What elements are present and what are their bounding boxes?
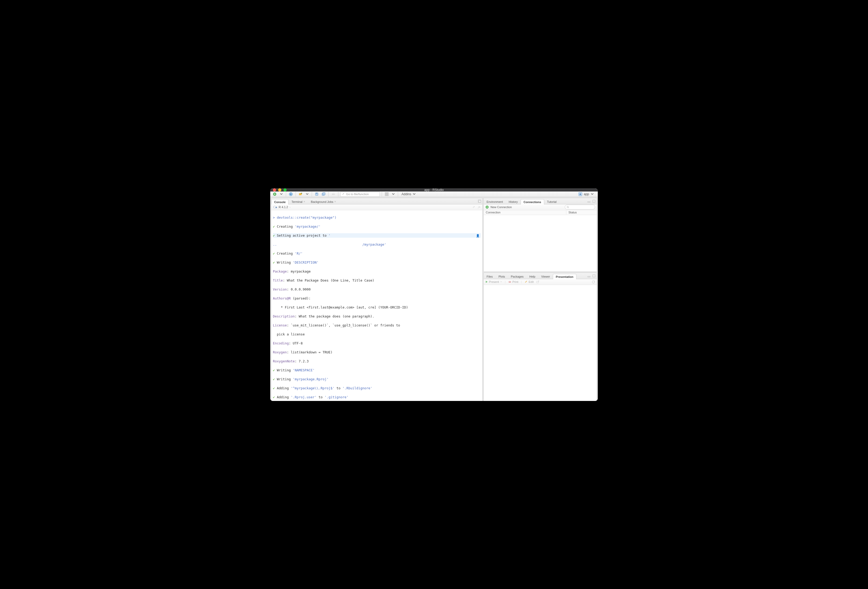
close-tab-icon[interactable]: × — [334, 200, 336, 203]
svg-rect-21 — [588, 202, 590, 202]
connections-pane: Environment History Connections Tutorial… — [483, 198, 597, 272]
svg-rect-8 — [332, 193, 334, 194]
share-icon[interactable] — [472, 205, 476, 209]
save-all-button[interactable] — [321, 192, 326, 197]
new-project-button[interactable]: R — [288, 192, 294, 197]
separator — [328, 192, 329, 196]
presentation-body — [484, 285, 597, 401]
search-icon — [567, 206, 569, 209]
r-version-label: R 4.1.2 — [279, 205, 288, 209]
pencil-icon — [524, 280, 527, 283]
present-button[interactable]: Present — [485, 280, 502, 283]
pane-popout-icon[interactable] — [478, 199, 481, 203]
svg-text:R: R — [290, 193, 292, 195]
svg-text:R: R — [276, 206, 277, 209]
tab-presentation[interactable]: Presentation — [553, 274, 576, 279]
goto-arrow-icon — [342, 192, 345, 196]
workspace-panes-button[interactable] — [384, 192, 390, 197]
svg-rect-12 — [385, 194, 387, 196]
pane-maximize-icon[interactable] — [592, 199, 596, 203]
project-label: app — [584, 192, 589, 196]
tab-viewer[interactable]: Viewer — [538, 274, 553, 279]
tab-connections[interactable]: Connections — [521, 199, 544, 204]
tab-plots[interactable]: Plots — [496, 274, 508, 279]
console-output[interactable]: > devtools::create("myrpackage") ✔ Creat… — [271, 210, 482, 401]
svg-rect-13 — [387, 194, 388, 196]
goto-input[interactable] — [346, 193, 378, 196]
svg-rect-11 — [387, 193, 388, 194]
addins-label: Addins — [402, 192, 411, 196]
project-picker[interactable]: R app — [576, 192, 596, 197]
workspace-panes-dropdown[interactable] — [391, 192, 396, 197]
svg-rect-17 — [479, 200, 481, 202]
window-title: app - RStudio — [270, 188, 598, 192]
tab-history[interactable]: History — [506, 199, 521, 204]
connections-search[interactable] — [565, 205, 595, 210]
tab-help[interactable]: Help — [527, 274, 538, 279]
new-connection-icon — [485, 205, 489, 209]
separator — [338, 192, 338, 196]
save-button[interactable] — [314, 192, 320, 197]
svg-rect-26 — [593, 275, 595, 277]
connections-toolbar: New Connection — [484, 204, 597, 210]
svg-text:R: R — [580, 193, 582, 195]
connections-search-input[interactable] — [569, 205, 593, 209]
tab-environment[interactable]: Environment — [484, 199, 506, 204]
pane-layout: Console Terminal× Background Jobs× R R 4… — [270, 197, 598, 401]
separator — [295, 192, 296, 196]
r-logo-icon: R — [273, 205, 277, 209]
tab-packages[interactable]: Packages — [508, 274, 527, 279]
new-connection-button[interactable]: New Connection — [490, 205, 512, 209]
svg-rect-25 — [588, 276, 590, 277]
edit-presentation-button[interactable]: Edit — [524, 280, 534, 283]
addins-menu[interactable]: Addins — [400, 192, 418, 197]
separator — [398, 192, 398, 196]
svg-rect-10 — [385, 193, 387, 194]
pane-minimize-icon[interactable] — [587, 274, 590, 278]
chevron-down-icon — [412, 192, 416, 196]
svg-rect-22 — [593, 200, 595, 202]
chevron-down-icon — [590, 192, 594, 196]
open-file-dropdown[interactable] — [304, 192, 310, 197]
col-connection[interactable]: Connection — [484, 210, 566, 215]
person-marker-icon: 👤 — [476, 233, 480, 238]
separator — [286, 192, 286, 196]
new-file-button[interactable] — [272, 192, 278, 197]
print-presentation-button[interactable]: Print — [508, 280, 518, 283]
print-button[interactable] — [331, 192, 336, 197]
top-right-tabs: Environment History Connections Tutorial — [484, 198, 597, 204]
presentation-toolbar: Present | Print | Edit — [484, 279, 597, 285]
tab-background-jobs[interactable]: Background Jobs× — [308, 199, 339, 204]
col-status[interactable]: Status — [566, 210, 597, 215]
pane-minimize-icon[interactable] — [587, 199, 590, 203]
main-toolbar: R Addins — [270, 192, 598, 197]
bottom-right-tabs: Files Plots Packages Help Viewer Present… — [484, 273, 597, 279]
svg-rect-6 — [323, 193, 325, 195]
svg-rect-9 — [332, 195, 334, 195]
chevron-down-icon — [500, 281, 502, 283]
clear-console-icon[interactable] — [477, 205, 481, 209]
tab-tutorial[interactable]: Tutorial — [544, 199, 559, 204]
open-external-button[interactable] — [536, 280, 539, 283]
goto-file-function[interactable] — [340, 192, 380, 197]
console-pane: Console Terminal× Background Jobs× R R 4… — [271, 198, 483, 401]
svg-rect-28 — [509, 281, 510, 282]
tab-console[interactable]: Console — [271, 199, 288, 204]
tab-files[interactable]: Files — [484, 274, 496, 279]
new-file-dropdown[interactable] — [279, 192, 284, 197]
tab-terminal[interactable]: Terminal× — [288, 199, 308, 204]
connections-grid-header: Connection Status — [484, 210, 597, 215]
connections-grid-body — [484, 215, 597, 272]
console-subbar: R R 4.1.2 · — [271, 204, 482, 210]
play-icon — [485, 280, 488, 283]
refresh-icon — [592, 280, 595, 284]
svg-rect-4 — [316, 193, 317, 193]
svg-point-24 — [567, 206, 568, 208]
refresh-presentation-button[interactable] — [592, 280, 595, 284]
pane-maximize-icon[interactable] — [592, 274, 596, 278]
left-tabs: Console Terminal× Background Jobs× — [271, 198, 482, 204]
close-tab-icon[interactable]: × — [304, 200, 305, 203]
open-file-button[interactable] — [298, 192, 304, 197]
r-project-icon: R — [578, 192, 582, 196]
right-column: Environment History Connections Tutorial… — [483, 198, 597, 401]
